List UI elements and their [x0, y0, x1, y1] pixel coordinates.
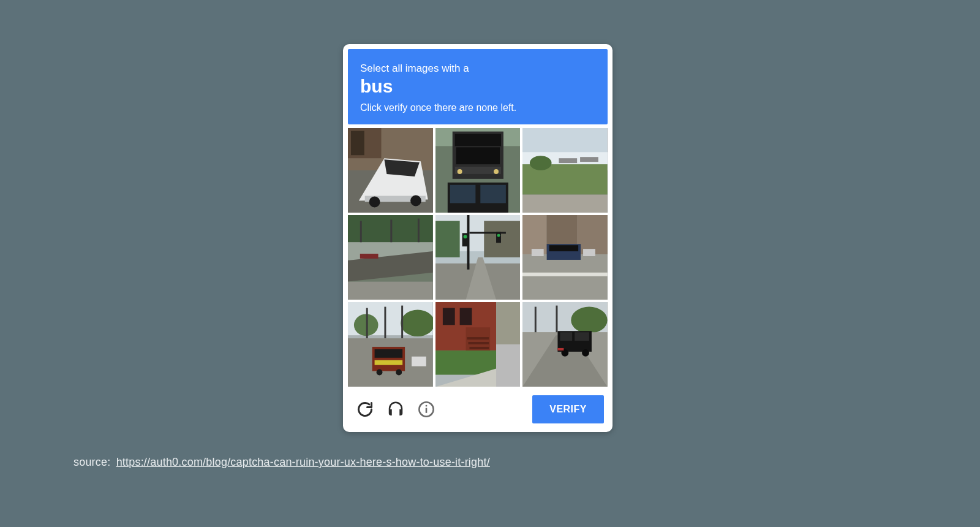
svg-rect-85 — [496, 344, 521, 387]
captcha-tile[interactable] — [435, 302, 521, 387]
reload-icon[interactable] — [355, 400, 375, 419]
captcha-tile[interactable] — [348, 215, 433, 300]
captcha-footer: VERIFY — [348, 387, 608, 427]
svg-rect-39 — [484, 221, 520, 257]
svg-point-63 — [354, 314, 379, 336]
instruction-line2: Click verify once there are none left. — [360, 102, 595, 113]
svg-rect-81 — [468, 342, 489, 344]
svg-rect-89 — [535, 306, 537, 334]
svg-point-6 — [369, 196, 380, 207]
captcha-tile[interactable] — [348, 302, 433, 387]
captcha-tile[interactable] — [348, 128, 433, 213]
svg-rect-69 — [375, 349, 403, 357]
svg-rect-20 — [480, 184, 506, 203]
svg-rect-82 — [469, 346, 489, 349]
captcha-tile[interactable] — [522, 302, 608, 387]
svg-point-7 — [410, 195, 421, 206]
svg-rect-66 — [401, 305, 403, 338]
svg-point-71 — [377, 369, 383, 375]
svg-point-88 — [571, 306, 608, 333]
captcha-target-word: bus — [360, 76, 595, 97]
captcha-tile[interactable] — [435, 215, 521, 300]
source-label: source: — [74, 456, 110, 468]
captcha-grid — [348, 128, 608, 387]
svg-rect-51 — [522, 215, 547, 254]
svg-rect-78 — [459, 308, 472, 325]
svg-rect-76 — [496, 302, 521, 344]
captcha-tile[interactable] — [522, 215, 608, 300]
svg-rect-53 — [577, 215, 608, 254]
svg-rect-13 — [454, 134, 500, 146]
svg-rect-35 — [390, 219, 392, 242]
svg-rect-33 — [360, 254, 379, 259]
svg-rect-70 — [375, 360, 403, 365]
svg-rect-95 — [575, 332, 590, 341]
svg-point-72 — [396, 369, 402, 375]
svg-rect-77 — [443, 308, 455, 325]
svg-rect-80 — [467, 337, 489, 339]
svg-point-48 — [497, 233, 500, 237]
instruction-line1: Select all images with a — [360, 63, 595, 75]
verify-button[interactable]: VERIFY — [532, 395, 604, 423]
svg-point-45 — [463, 235, 467, 238]
info-icon[interactable] — [417, 400, 436, 419]
svg-point-16 — [457, 169, 462, 174]
svg-rect-54 — [522, 254, 608, 300]
captcha-header: Select all images with a bus Click verif… — [348, 49, 608, 124]
svg-rect-19 — [450, 184, 475, 203]
svg-point-17 — [494, 169, 499, 174]
svg-rect-83 — [435, 350, 496, 374]
svg-rect-73 — [412, 356, 426, 366]
svg-rect-34 — [360, 221, 362, 242]
captcha-tile[interactable] — [435, 128, 521, 213]
svg-rect-27 — [580, 157, 598, 162]
svg-rect-36 — [418, 218, 420, 242]
svg-rect-32 — [348, 281, 433, 299]
svg-rect-98 — [558, 347, 564, 350]
headphones-icon[interactable] — [386, 400, 405, 419]
svg-rect-40 — [435, 221, 460, 257]
svg-point-97 — [582, 349, 589, 356]
svg-rect-24 — [522, 194, 608, 212]
footer-icons — [352, 400, 436, 419]
svg-rect-58 — [532, 249, 544, 256]
captcha-tile[interactable] — [522, 128, 608, 213]
svg-point-25 — [530, 156, 552, 170]
svg-rect-47 — [496, 232, 501, 243]
svg-rect-57 — [583, 249, 595, 256]
svg-rect-56 — [549, 245, 579, 251]
source-url[interactable]: https://auth0.com/blog/captcha-can-ruin-… — [116, 456, 490, 468]
svg-point-101 — [426, 404, 428, 406]
svg-rect-59 — [522, 272, 608, 276]
svg-rect-9 — [351, 131, 364, 155]
captcha-card: Select all images with a bus Click verif… — [343, 44, 612, 432]
svg-rect-94 — [560, 332, 573, 341]
svg-rect-26 — [559, 158, 578, 163]
svg-rect-64 — [366, 308, 368, 338]
svg-rect-14 — [456, 147, 499, 164]
source-citation: source: https://auth0.com/blog/captcha-c… — [74, 456, 490, 469]
svg-rect-65 — [384, 306, 386, 338]
svg-rect-90 — [556, 305, 558, 334]
